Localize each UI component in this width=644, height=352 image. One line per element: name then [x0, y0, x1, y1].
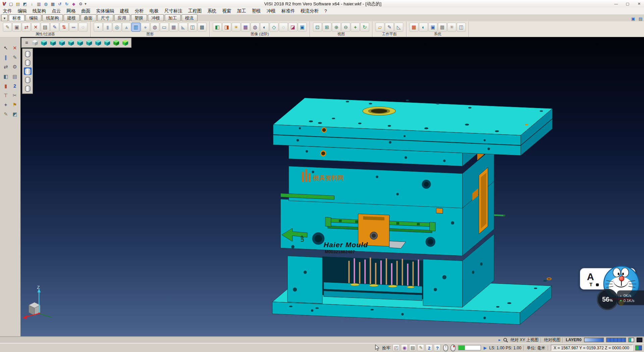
- render-texture-icon[interactable]: ▦: [241, 23, 250, 32]
- work-color-bar[interactable]: [584, 338, 604, 342]
- save-tool-icon[interactable]: ◩: [11, 110, 19, 118]
- entity-filter-5-icon[interactable]: [23, 85, 31, 92]
- render-shaded-icon[interactable]: ◧: [213, 23, 222, 32]
- layer-color-bar[interactable]: [606, 338, 626, 342]
- pages-2-icon[interactable]: 2: [426, 344, 433, 351]
- view-bottom-icon[interactable]: [86, 39, 93, 46]
- render-wire-icon[interactable]: ◇: [269, 23, 278, 32]
- solid-cube-icon[interactable]: ◧: [2, 73, 10, 81]
- rotate-view-icon[interactable]: ↻: [360, 23, 369, 32]
- filter-layers-icon[interactable]: ▤: [41, 23, 50, 32]
- filter-line-icon[interactable]: ═: [69, 23, 78, 32]
- mouse-right-icon[interactable]: [451, 345, 456, 351]
- workplane-align-icon[interactable]: ◺: [394, 23, 404, 32]
- net-speed-panel[interactable]: ▲0K/s ▼0.1K/s: [617, 290, 644, 305]
- viewport-3d[interactable]: Haier Mould M00321882407 UP: [20, 37, 644, 336]
- ribbon-tab[interactable]: 塑膜: [131, 14, 147, 21]
- settings-icon[interactable]: ⚙: [77, 1, 84, 6]
- brush-icon[interactable]: ✎: [2, 110, 10, 118]
- ribbon-tab[interactable]: 编辑: [25, 14, 42, 21]
- calculator-icon[interactable]: ▦: [50, 1, 56, 6]
- model-canvas[interactable]: Haier Mould M00321882407 UP: [20, 37, 644, 336]
- render-photo-icon[interactable]: ▣: [298, 23, 307, 32]
- ribbon-tab[interactable]: 尺寸: [97, 14, 113, 21]
- swap-icon[interactable]: ⇄: [2, 63, 10, 71]
- layer-label[interactable]: LAYER0: [566, 338, 582, 342]
- pan-view-icon[interactable]: +: [351, 23, 360, 32]
- system-window-icon[interactable]: ▣: [428, 23, 437, 32]
- draw-cone-icon[interactable]: ▲: [122, 23, 131, 32]
- snap-lock-label[interactable]: 拴牢: [382, 345, 390, 351]
- view-dynamic-icon[interactable]: [121, 39, 129, 46]
- view-back-icon[interactable]: [76, 39, 84, 46]
- view-right-icon[interactable]: [58, 39, 66, 46]
- zoom-out-icon[interactable]: ⊖: [341, 23, 351, 32]
- view-iso-green-icon[interactable]: [113, 39, 120, 46]
- search-icon[interactable]: [503, 338, 508, 343]
- filter-updown-icon[interactable]: ⇅: [60, 23, 69, 32]
- menu-item[interactable]: 标准件: [278, 7, 298, 14]
- menu-item[interactable]: 视窗: [219, 7, 234, 14]
- view-front-icon[interactable]: [49, 39, 57, 46]
- menu-item[interactable]: 分析: [132, 7, 147, 14]
- flag-icon[interactable]: ⚑: [11, 101, 19, 109]
- ribbon-tab[interactable]: 线架构: [42, 14, 63, 21]
- open-file-icon[interactable]: ▤: [15, 1, 21, 6]
- entity-filter-4-icon[interactable]: [23, 76, 31, 84]
- draw-slot-icon[interactable]: ▭: [160, 23, 169, 32]
- sheet-icon[interactable]: ▤: [11, 73, 19, 81]
- render-light-icon[interactable]: ☀: [232, 23, 241, 32]
- absolute-view-label[interactable]: 绝对视图: [544, 337, 560, 343]
- import-icon[interactable]: ↓: [29, 1, 35, 6]
- tab-dropdown-icon[interactable]: ▾: [1, 14, 8, 21]
- menu-item[interactable]: 尺寸标注: [161, 7, 185, 14]
- draw-point-icon[interactable]: •: [94, 23, 103, 32]
- maximize-button[interactable]: ▢: [622, 0, 633, 7]
- menu-item[interactable]: 模流分析: [298, 7, 322, 14]
- save-status-icon[interactable]: ◰: [393, 344, 400, 351]
- save-icon[interactable]: ◩: [22, 1, 28, 6]
- zoom-in-icon[interactable]: ⊕: [332, 23, 341, 32]
- percent-badge[interactable]: 56%: [597, 289, 618, 310]
- ribbon-tab[interactable]: 模流: [181, 14, 198, 21]
- menu-item[interactable]: 电极: [147, 7, 161, 14]
- draw-block-icon[interactable]: ▥: [131, 23, 141, 32]
- ribbon-tab[interactable]: 建模: [63, 14, 79, 21]
- draw-wedge-icon[interactable]: ◣: [179, 23, 188, 32]
- crosshair-icon[interactable]: +: [2, 101, 10, 109]
- menu-item[interactable]: 加工: [234, 7, 249, 14]
- sketch-pencil-icon[interactable]: ✎: [11, 53, 19, 61]
- ribbon-tab[interactable]: 应用: [114, 14, 130, 21]
- workplane-xy-icon[interactable]: ▱: [375, 23, 384, 32]
- menu-item[interactable]: 编辑: [15, 7, 30, 14]
- new-file-icon[interactable]: ▢: [8, 1, 14, 6]
- ribbon-tab[interactable]: 曲面: [80, 14, 96, 21]
- delete-x-icon[interactable]: ✕: [11, 44, 19, 52]
- color-chip[interactable]: [635, 345, 642, 350]
- window-cascade-icon[interactable]: ▣: [630, 16, 636, 21]
- menu-item[interactable]: 曲面: [78, 7, 93, 14]
- zoom-fit-icon[interactable]: ⊡: [313, 23, 322, 32]
- mouse-middle-icon[interactable]: [443, 345, 448, 351]
- undo-icon[interactable]: ↺: [57, 1, 63, 6]
- render-shadow-icon[interactable]: ◐: [260, 23, 269, 32]
- close-button[interactable]: ✕: [633, 0, 644, 7]
- play-icon[interactable]: ▶: [484, 346, 487, 350]
- ribbon-tab[interactable]: 冲模: [148, 14, 164, 21]
- menu-item[interactable]: 线架构: [30, 7, 49, 14]
- print-icon[interactable]: ▥: [36, 1, 42, 6]
- camera-icon[interactable]: ◉: [401, 344, 408, 351]
- qat-dropdown-icon[interactable]: ▾: [85, 2, 89, 6]
- draw-ring-icon[interactable]: ◍: [150, 23, 159, 32]
- view-top-icon[interactable]: [31, 39, 39, 46]
- draw-cylinder-icon[interactable]: ▮: [103, 23, 112, 32]
- zoom-window-icon[interactable]: ⊞: [322, 23, 331, 32]
- draw-box-icon[interactable]: ▦: [169, 23, 178, 32]
- render-section-icon[interactable]: ◪: [288, 23, 298, 32]
- view-iso-icon[interactable]: [40, 39, 48, 46]
- render-hide-icon[interactable]: ◌: [279, 23, 288, 32]
- view-mode-label[interactable]: 绝对 XY 上视图: [511, 337, 539, 343]
- printer-icon[interactable]: ▤: [409, 344, 416, 351]
- menu-item[interactable]: 塑模: [249, 7, 264, 14]
- ribbon-tab[interactable]: 加工: [164, 14, 180, 21]
